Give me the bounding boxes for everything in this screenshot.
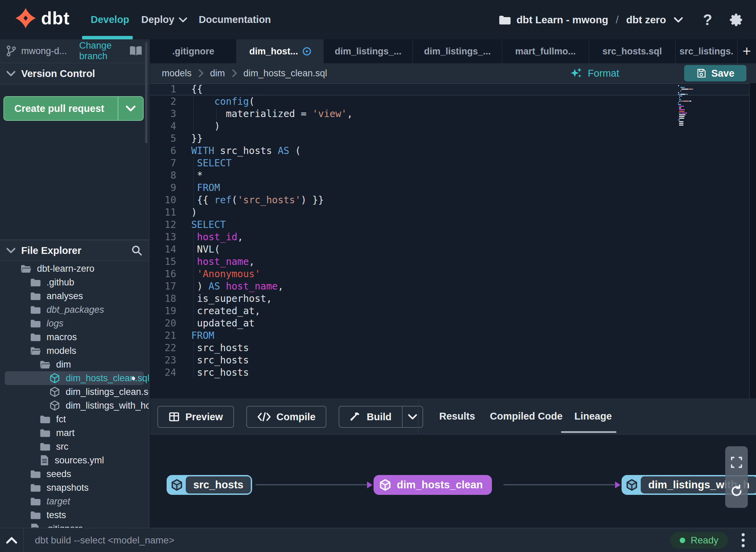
code-line-17[interactable]: 17 ) AS host_name, [150, 280, 749, 293]
code-line-8[interactable]: 8 * [150, 169, 749, 182]
sidebar-scrollbar[interactable] [145, 42, 147, 143]
nav-item-deploy[interactable]: Deploy [141, 0, 187, 39]
tree-item-models[interactable]: models [0, 344, 149, 358]
reset-view-icon[interactable] [729, 484, 744, 498]
editor-scrollbar-gutter[interactable] [749, 83, 756, 398]
tree-item-analyses[interactable]: analyses [0, 289, 149, 303]
code-line-text: {{ ref('src_hosts') }} [176, 194, 324, 206]
tree-item-src[interactable]: src [0, 440, 149, 453]
tree-item-logs[interactable]: logs [0, 317, 149, 330]
tree-item-dim[interactable]: dim [0, 358, 149, 371]
code-line-22[interactable]: 22 src_hosts [150, 342, 749, 354]
tree-item--gitignore[interactable]: .gitignore [0, 522, 149, 528]
code-line-14[interactable]: 14 NVL( [150, 243, 749, 256]
nav-item-develop[interactable]: Develop [91, 0, 129, 39]
editor-minimap[interactable] [678, 85, 705, 126]
code-line-3[interactable]: 3 materialized = 'view', [150, 108, 749, 120]
file-tab-1[interactable]: .gitignore [150, 39, 237, 63]
lineage-active-underline [561, 431, 616, 433]
tree-item-dim-listings-with-hosts-[interactable]: dim_listings_with_hosts... [0, 399, 149, 412]
code-line-6[interactable]: 6WITH src_hosts AS ( [150, 145, 749, 157]
code-line-11[interactable]: 11) [150, 206, 749, 219]
code-line-text: ) [176, 120, 220, 132]
chevron-up-icon[interactable] [0, 537, 23, 544]
code-line-1[interactable]: 1{{ [150, 83, 749, 95]
preview-button[interactable]: Preview [157, 406, 234, 428]
nav-item-documentation[interactable]: Documentation [199, 0, 271, 39]
line-number: 3 [150, 108, 176, 120]
format-button[interactable]: Format [570, 67, 619, 80]
dbt-logo[interactable]: dbt [15, 8, 70, 29]
file-tab-3[interactable]: dim_listings_... [324, 39, 413, 63]
code-line-18[interactable]: 18 is_superhost, [150, 293, 749, 305]
search-icon[interactable] [131, 245, 143, 256]
breadcrumb-dim[interactable]: dim [210, 68, 225, 79]
build-button[interactable]: Build [339, 406, 423, 428]
tree-item-dim-hosts-clean-sql[interactable]: dim_hosts_clean.sql [5, 371, 144, 385]
tree-item--github[interactable]: .github [0, 275, 149, 289]
build-dropdown-button[interactable] [402, 407, 422, 427]
code-line-20[interactable]: 20 updated_at [150, 317, 749, 330]
line-number: 20 [150, 317, 176, 330]
tree-item-mart[interactable]: mart [0, 426, 149, 440]
file-tab-2[interactable]: dim_host... [237, 39, 324, 63]
code-line-2[interactable]: 2 config( [150, 95, 749, 108]
button-label: Build [367, 411, 392, 423]
breadcrumb: models dim dim_hosts_clean.sql [150, 68, 327, 79]
create-pr-dropdown-button[interactable] [118, 97, 143, 120]
code-line-15[interactable]: 15 host_name, [150, 256, 749, 268]
lineage-node-src-hosts[interactable]: src_hosts [167, 475, 252, 495]
file-tab-7[interactable]: src_listings. [676, 39, 738, 63]
breadcrumb-models[interactable]: models [162, 68, 192, 79]
code-line-4[interactable]: 4 ) [150, 120, 749, 132]
version-control-header[interactable]: Version Control [0, 63, 149, 85]
save-button[interactable]: Save [684, 65, 746, 81]
panel-tab-results[interactable]: Results [439, 398, 475, 434]
toolbar-divider [418, 398, 419, 434]
code-editor[interactable]: 1{{2 config(3 materialized = 'view',4 )5… [150, 83, 749, 398]
project-selector[interactable]: dbt Learn - mwong / dbt zero [499, 14, 683, 26]
code-line-23[interactable]: 23 src_hosts [150, 354, 749, 367]
file-tab-6[interactable]: src_hosts.sql [589, 39, 676, 63]
code-line-12[interactable]: 12SELECT [150, 219, 749, 231]
panel-tab-lineage[interactable]: Lineage [574, 398, 612, 434]
overflow-menu-button[interactable] [735, 533, 751, 547]
settings-gear-icon[interactable] [729, 12, 744, 27]
help-button[interactable]: ? [703, 11, 712, 28]
lineage-graph[interactable]: src_hostsdim_hosts_cleandim_listings_wit… [150, 435, 756, 528]
code-line-7[interactable]: 7 SELECT [150, 157, 749, 169]
tree-item-snapshots[interactable]: snapshots [0, 481, 149, 495]
tree-item-target[interactable]: target [0, 495, 149, 508]
new-tab-button[interactable]: + [738, 39, 756, 63]
code-line-text: SELECT [176, 157, 232, 169]
tree-item-dbt-learn-zero[interactable]: dbt-learn-zero [0, 262, 149, 275]
model-cube-icon [49, 400, 60, 411]
tree-item-tests[interactable]: tests [0, 508, 149, 522]
code-line-13[interactable]: 13 host_id, [150, 231, 749, 243]
code-line-10[interactable]: 10 {{ ref('src_hosts') }} [150, 194, 749, 206]
command-input[interactable]: dbt build --select <model_name> [35, 535, 670, 546]
file-tab-4[interactable]: dim_listings_... [413, 39, 502, 63]
panel-tab-compiled-code[interactable]: Compiled Code [490, 398, 563, 434]
code-line-19[interactable]: 19 created_at, [150, 305, 749, 317]
fullscreen-icon[interactable] [730, 456, 743, 469]
create-pull-request-button[interactable]: Create pull request [3, 96, 144, 121]
code-line-16[interactable]: 16 'Anonymous' [150, 268, 749, 280]
compile-button[interactable]: Compile [246, 406, 326, 428]
tree-item-dim-listings-clean-sql[interactable]: dim_listings_clean.sql [0, 385, 149, 399]
change-branch-link[interactable]: Change branch [79, 40, 129, 62]
code-line-24[interactable]: 24 src_hosts [150, 367, 749, 379]
tree-item-dbt-packages[interactable]: dbt_packages [0, 303, 149, 317]
docs-book-icon[interactable] [129, 45, 143, 57]
code-line-21[interactable]: 21FROM [150, 330, 749, 342]
breadcrumb-file[interactable]: dim_hosts_clean.sql [244, 68, 327, 79]
file-tab-5[interactable]: mart_fullmo... [502, 39, 589, 63]
lineage-node-dim-hosts-clean[interactable]: dim_hosts_clean [374, 475, 492, 495]
code-line-9[interactable]: 9 FROM [150, 182, 749, 194]
tree-item-fct[interactable]: fct [0, 412, 149, 426]
tree-item-macros[interactable]: macros [0, 330, 149, 344]
tree-item-sources-yml[interactable]: sources.yml [0, 453, 149, 467]
code-line-5[interactable]: 5}} [150, 132, 749, 145]
file-explorer-header[interactable]: File Explorer [0, 240, 149, 261]
tree-item-seeds[interactable]: seeds [0, 467, 149, 481]
